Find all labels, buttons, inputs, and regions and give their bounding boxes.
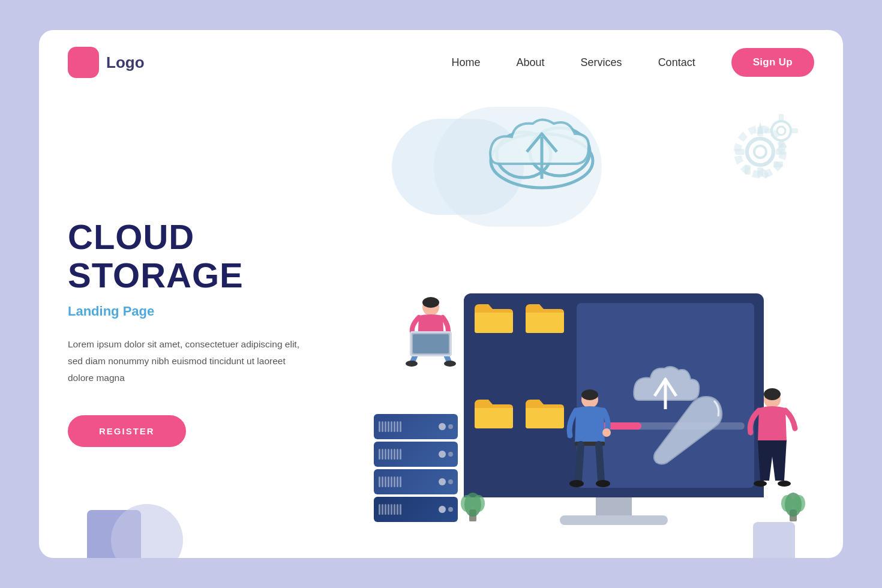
svg-point-42: [461, 495, 473, 512]
person-laptop: [401, 296, 461, 383]
svg-point-13: [777, 127, 785, 135]
svg-rect-14: [779, 114, 784, 121]
corner-deco-right: [753, 522, 795, 558]
svg-point-37: [764, 388, 781, 400]
hero-illustration: [356, 95, 814, 558]
monitor-stand-base: [560, 515, 668, 525]
svg-point-39: [778, 481, 791, 487]
hero-subtitle: Landing Page: [68, 304, 356, 319]
svg-point-25: [444, 361, 456, 367]
server-unit-1: [374, 414, 458, 439]
svg-point-3: [754, 146, 766, 158]
svg-rect-11: [745, 165, 751, 175]
nav-services[interactable]: Services: [581, 56, 622, 69]
hero-left: CLOUD STORAGE Landing Page Lorem ipsum d…: [68, 95, 356, 558]
svg-point-34: [569, 480, 584, 487]
hero-title: CLOUD STORAGE: [68, 218, 356, 295]
main-content: CLOUD STORAGE Landing Page Lorem ipsum d…: [39, 95, 843, 558]
svg-point-23: [422, 297, 439, 308]
gear-icon: [718, 113, 802, 193]
svg-rect-15: [779, 140, 784, 148]
wrench-icon: [649, 394, 727, 474]
server-unit-4: [374, 497, 458, 522]
plant-left: [461, 487, 485, 525]
plant-right: [781, 487, 805, 525]
folder-4: [524, 398, 565, 430]
landing-page-card: Logo Home About Services Contact Sign Up…: [39, 30, 843, 558]
folder-3: [473, 398, 514, 430]
svg-point-31: [581, 389, 598, 400]
nav-home[interactable]: Home: [452, 56, 481, 69]
server-stack: [374, 414, 458, 522]
folder-2: [524, 303, 565, 334]
nav-contact[interactable]: Contact: [658, 56, 695, 69]
logo-icon: [68, 47, 99, 78]
svg-rect-16: [791, 128, 798, 133]
hero-body: Lorem ipsum dolor sit amet, consectetuer…: [68, 336, 320, 386]
monitor-folders: [473, 303, 569, 488]
logo-text: Logo: [106, 53, 145, 72]
svg-rect-4: [757, 127, 763, 136]
main-nav: Home About Services Contact: [452, 56, 695, 69]
svg-point-2: [747, 139, 773, 165]
svg-point-47: [793, 495, 805, 512]
monitor-stand-neck: [596, 497, 632, 515]
signup-button[interactable]: Sign Up: [731, 48, 814, 77]
svg-point-43: [473, 495, 485, 512]
svg-point-46: [781, 495, 793, 512]
svg-point-38: [754, 481, 767, 487]
nav-about[interactable]: About: [517, 56, 545, 69]
svg-point-24: [406, 361, 418, 367]
svg-rect-9: [773, 161, 783, 167]
logo-area: Logo: [68, 47, 145, 78]
cloud-upload-icon: [482, 101, 614, 199]
header: Logo Home About Services Contact Sign Up: [39, 30, 843, 95]
server-unit-3: [374, 469, 458, 494]
svg-point-33: [602, 428, 611, 437]
person-front: [563, 388, 617, 498]
folder-1: [473, 303, 514, 334]
svg-rect-7: [735, 149, 745, 155]
svg-point-35: [596, 480, 610, 487]
svg-rect-28: [413, 334, 449, 353]
server-unit-2: [374, 442, 458, 467]
register-button[interactable]: REGISTER: [68, 415, 186, 447]
svg-rect-17: [764, 128, 772, 133]
